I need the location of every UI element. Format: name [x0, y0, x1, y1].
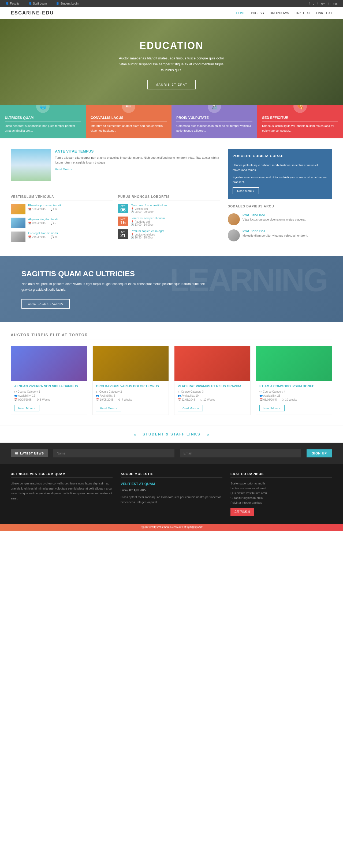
list-item-link-1[interactable]: Pharetra purus sapien sit: [28, 204, 62, 207]
course-date-4: 📅 03/06/2045 ⏱ 10 Weeks: [259, 398, 329, 401]
course-body-4: ETIAM A COMMODO IPSUM DONEC 🏷 Course Cat…: [256, 381, 332, 414]
hero-content: EDUCATION Auctor maecenas blandit malesu…: [115, 40, 228, 89]
course-read-btn-2[interactable]: Read More »: [96, 405, 121, 411]
student-login-link[interactable]: 👤 Student Login: [56, 2, 83, 5]
staff-links-label: STUDENT & STAFF LINKS: [143, 432, 200, 436]
footer-link-1: Scelerisque tortor ac molla: [230, 481, 332, 486]
sidebar-box: POSUERE CUBILIA CURAE Ultrices pellentes…: [228, 149, 332, 199]
hero-title: EDUCATION: [115, 40, 228, 52]
hero-subtitle: Auctor maecenas blandit malesuada finibu…: [115, 55, 228, 73]
social-linkedin[interactable]: in: [328, 2, 331, 5]
course-title-3: PLACERAT VIVAMUS ET RISUS GRAVIDA: [178, 384, 247, 388]
cta-watermark: LEARNING: [170, 261, 327, 299]
latest-news-label: 📰 LATEST NEWS: [11, 450, 48, 457]
course-title-1: AENEAN VIVERRA NON NIBH A DAPIBUS: [14, 384, 84, 388]
event-date-3: JUN 21: [118, 229, 128, 239]
hero-button[interactable]: MAURIS ET ERAT: [147, 80, 195, 89]
event-link-1[interactable]: Quis nunc fusce vestibulum: [131, 204, 167, 207]
article-text: ANTE VITAE TEMPUS Turpis aliquam ullamco…: [55, 149, 220, 181]
course-read-btn-3[interactable]: Read More »: [178, 405, 203, 411]
vestibulum-title: VESTIBULUM VEHICULA: [11, 195, 113, 200]
footer-link-2: Lectus nisl semper sit amet: [230, 486, 332, 491]
cta-button[interactable]: ODIO LACUS LACINIA: [22, 299, 70, 309]
download-button[interactable]: 立即下载模板: [230, 508, 254, 516]
faculty-link[interactable]: 👤 Faculty: [5, 2, 24, 5]
social-twitter[interactable]: t: [317, 2, 318, 5]
footer-email-input[interactable]: [180, 450, 301, 458]
social-pinterest[interactable]: p: [313, 2, 315, 5]
feature-text-3: Commodo quis maecenas in enim ac elit te…: [176, 124, 252, 133]
nav-home[interactable]: HOME: [236, 11, 246, 15]
sidebar-text2: Egestas maecenas vitae velit ut lectus t…: [233, 175, 327, 184]
course-card-4: ETIAM A COMMODO IPSUM DONEC 🏷 Course Cat…: [256, 346, 332, 415]
course-date-2: 📅 19/05/2045 ⏱ 7 Weeks: [96, 398, 165, 401]
courses-title: AUCTOR TURPIS ELIT AT TORTOR: [11, 333, 332, 339]
feature-text-1: Justo hendrerit suspendisse non justo te…: [5, 124, 81, 133]
feature-title-2: CONVALLIS LACUS: [91, 116, 167, 122]
course-body-3: PLACERAT VIVAMUS ET RISUS GRAVIDA 🏷 Cour…: [174, 381, 250, 414]
list-item-img-1: [11, 204, 25, 214]
watermark-text: 访问网站:http://zbs.themla.cc/买买了才告诉你的秘密: [140, 526, 203, 529]
list-item: Aliquam fringilla blandit 📅 07/04/2045 💬…: [11, 218, 113, 228]
sidebar-read-more[interactable]: Read More »: [233, 187, 259, 194]
top-bar-social: f p t g+ in rss: [307, 2, 338, 5]
list-item-text-1: Pharetra purus sapien sit 📅 18/04/2045 💬…: [28, 204, 62, 211]
list-item-text-2: Aliquam fringilla blandit 📅 07/04/2045 💬…: [28, 218, 60, 224]
events-col: PURUS RHONCUS LOBORTIS APR 06 Quis nunc …: [118, 195, 220, 245]
list-item-meta-1: 📅 18/04/2045 💬 12: [28, 208, 62, 211]
course-read-btn-4[interactable]: Read More »: [259, 405, 285, 411]
professor-link-1[interactable]: Prof. Jane Doe: [242, 213, 306, 217]
course-avail-2: 👥 Availability: 6: [96, 394, 165, 397]
chevron-down-left-icon[interactable]: ⌄: [133, 431, 137, 437]
watermark-bar: 访问网站:http://zbs.themla.cc/买买了才告诉你的秘密: [0, 524, 343, 531]
nav-pages[interactable]: PAGES ▾: [251, 11, 264, 15]
feature-box-2: 🏛 CONVALLIS LACUS Interdum sit elementum…: [86, 105, 171, 138]
vestibulum-col: VESTIBULUM VEHICULA Pharetra purus sapie…: [11, 195, 113, 245]
list-item-img-2: [11, 218, 25, 228]
nav-link1[interactable]: LINK TEXT: [294, 11, 311, 15]
article-read-more[interactable]: Read More »: [55, 167, 72, 171]
professors-box: SODALES DAPIBUS ARCU Prof. Jane Doe Vita…: [228, 205, 332, 241]
course-card-1: AENEAN VIVERRA NON NIBH A DAPIBUS 🏷 Cour…: [11, 346, 87, 415]
footer-col2-title: AUGUE MOLESTIE: [121, 472, 222, 478]
header: ESCARINE-EDU HOME PAGES ▾ DROPDOWN LINK …: [0, 7, 343, 19]
course-meta-2: 🏷 Course Category 2: [96, 390, 165, 393]
list-item-link-2[interactable]: Aliquam fringilla blandit: [28, 218, 60, 221]
article-image: [11, 149, 51, 181]
footer-top: 📰 LATEST NEWS SIGN UP: [0, 443, 343, 464]
event-link-2[interactable]: Lorem mi semper aliquam: [131, 217, 165, 220]
social-google[interactable]: g+: [321, 2, 325, 5]
staff-links: ⌄ STUDENT & STAFF LINKS ⌄: [0, 426, 343, 443]
features-section: 🌐 ULTRICES QUAM Justo hendrerit suspendi…: [0, 105, 343, 138]
main-content: ANTE VITAE TEMPUS Turpis aliquam ullamco…: [0, 138, 343, 256]
event-link-3[interactable]: Pretium sapien enim eget: [131, 229, 164, 232]
list-item: Pharetra purus sapien sit 📅 18/04/2045 💬…: [11, 204, 113, 214]
staff-login-link[interactable]: 👤 Staff Login: [28, 2, 51, 5]
course-meta-3: 🏷 Course Category 3: [178, 390, 247, 393]
footer-col1-title: ULTRICES VESTIBULUM QUAM: [11, 472, 113, 478]
chevron-down-right-icon[interactable]: ⌄: [206, 431, 210, 437]
professor-avatar-1: [228, 213, 240, 225]
top-bar-left: 👤 Faculty 👤 Staff Login 👤 Student Login: [5, 2, 87, 5]
feature-title-1: ULTRICES QUAM: [5, 116, 81, 122]
social-facebook[interactable]: f: [309, 2, 310, 5]
list-item-link-3[interactable]: Orci eget blandit morbi: [28, 231, 62, 235]
course-image-3: [174, 346, 250, 381]
main-right: POSUERE CUBILIA CURAE Ultrices pellentes…: [228, 149, 332, 245]
social-rss[interactable]: rss: [333, 2, 338, 5]
event-item-1: APR 06 Quis nunc fusce vestibulum 📍 Vest…: [118, 204, 220, 213]
nav-dropdown[interactable]: DROPDOWN: [269, 11, 289, 15]
professor-link-2[interactable]: Prof. John Doe: [242, 229, 308, 233]
sign-up-button[interactable]: SIGN UP: [307, 450, 332, 458]
course-image-4: [256, 346, 332, 381]
course-read-btn-1[interactable]: Read More »: [14, 405, 39, 411]
footer-link-5: Pulvinar integer dapibus: [230, 500, 332, 505]
nav-link2[interactable]: LINK TEXT: [316, 11, 332, 15]
list-item-meta-3: 📅 21/03/2045 💬 38: [28, 236, 62, 239]
event-text-1: Quis nunc fusce vestibulum 📍 Vestibulum …: [131, 204, 167, 213]
footer-col-2: AUGUE MOLESTIE VELIT EST AT QUAM Friday,…: [121, 472, 222, 516]
professor-item-1: Prof. Jane Doe Vitae luctus quisque vive…: [228, 213, 332, 225]
course-image-1: [11, 346, 87, 381]
footer-name-input[interactable]: [53, 450, 174, 458]
course-title-2: ORCI DAPIBUS VARIUS DOLOR TEMPUS: [96, 384, 165, 388]
